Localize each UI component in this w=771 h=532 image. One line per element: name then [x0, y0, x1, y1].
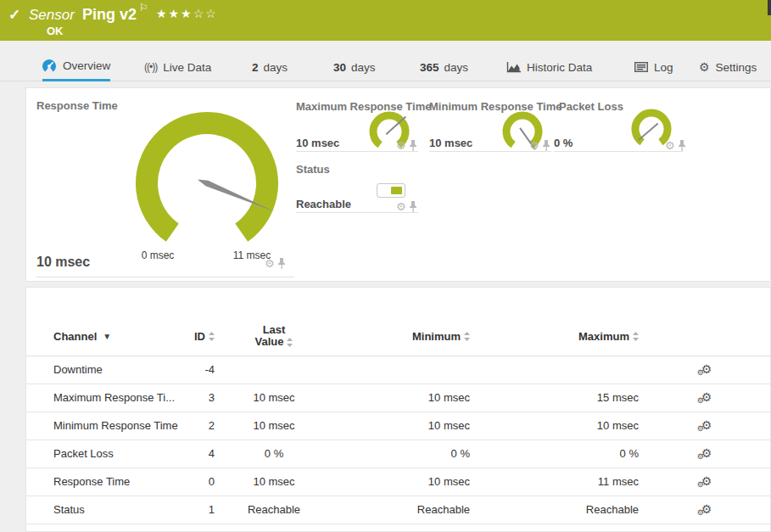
- gear-icon[interactable]: ⚙: [396, 201, 406, 212]
- gear-icon[interactable]: ⚙: [665, 140, 675, 151]
- channel-id-cell: -4: [181, 363, 215, 376]
- column-label: Value: [255, 336, 284, 348]
- sort-icon: [209, 332, 215, 341]
- column-header-last-value[interactable]: Last Value: [215, 324, 333, 349]
- table-row[interactable]: Downtime -4 ⚙⚙: [26, 356, 770, 384]
- main-gauge-actions: ⚙: [265, 258, 286, 269]
- table-row[interactable]: Status 1 Reachable Reachable Reachable ⚙…: [26, 496, 770, 524]
- main-gauge-label: Response Time: [36, 99, 118, 112]
- tab-log[interactable]: Log: [634, 53, 673, 81]
- channel-name-cell[interactable]: Response Time: [53, 475, 181, 488]
- maximum-cell: 15 msec: [470, 391, 639, 404]
- table-row[interactable]: Packet Loss 4 0 % 0 % 0 % ⚙⚙: [26, 440, 770, 468]
- channel-id-cell: 2: [181, 419, 215, 432]
- channel-table-rows: Downtime -4 ⚙⚙ Maximum Response Ti... 3 …: [26, 356, 770, 524]
- tab-settings[interactable]: ⚙ Settings: [699, 53, 757, 81]
- sort-icon: [287, 338, 293, 347]
- channel-id-cell: 1: [181, 503, 215, 516]
- table-row[interactable]: Response Time 0 10 msec 10 msec 11 msec …: [26, 468, 770, 496]
- channel-settings-icon[interactable]: ⚙⚙: [639, 391, 770, 405]
- channel-settings-icon[interactable]: ⚙⚙: [639, 447, 770, 461]
- column-label: Channel: [53, 330, 97, 343]
- tab-historic-data[interactable]: Historic Data: [506, 53, 592, 81]
- packet-loss-label: Packet Loss: [559, 100, 623, 113]
- sort-caret-icon: ▼: [103, 332, 111, 341]
- channel-settings-icon[interactable]: ⚙⚙: [639, 503, 770, 517]
- tab-label: Log: [654, 61, 673, 74]
- channel-settings-icon[interactable]: ⚙⚙: [639, 475, 770, 489]
- tab-overview[interactable]: Overview: [42, 53, 110, 81]
- column-header-channel[interactable]: Channel ▼: [53, 330, 181, 343]
- flag-icon[interactable]: ⚐: [139, 2, 148, 14]
- last-value-cell: 10 msec: [215, 419, 333, 432]
- last-value-cell: 10 msec: [215, 391, 333, 404]
- sensor-kind-label: Sensor: [29, 7, 75, 24]
- maximum-cell: 11 msec: [470, 475, 639, 488]
- column-header-maximum[interactable]: Maximum: [470, 330, 639, 343]
- gear-icon: ⚙: [699, 60, 710, 74]
- pin-icon[interactable]: [542, 140, 550, 151]
- tab-label: Settings: [716, 61, 757, 74]
- divider: [296, 212, 418, 213]
- gear-icon[interactable]: ⚙: [265, 258, 275, 269]
- tab-label: Historic Data: [527, 61, 592, 74]
- minimum-cell: 10 msec: [333, 391, 470, 404]
- table-row[interactable]: Minimum Response Time 2 10 msec 10 msec …: [26, 412, 770, 440]
- channel-table-header: Channel ▼ ID Last Value Minimum M: [26, 288, 770, 356]
- gauge-needle: [639, 123, 658, 140]
- gauge-scale-min: 0 msec: [128, 249, 187, 261]
- channel-name-cell[interactable]: Maximum Response Ti...: [53, 391, 181, 404]
- minimum-cell: 10 msec: [333, 475, 470, 488]
- pin-icon[interactable]: [409, 140, 417, 151]
- column-header-minimum[interactable]: Minimum: [333, 330, 470, 343]
- tab-label: days: [351, 61, 376, 74]
- tab-2-days[interactable]: 2 days: [252, 53, 288, 81]
- last-value-cell: Reachable: [215, 503, 333, 516]
- max-response-value: 10 msec: [296, 137, 339, 149]
- maximum-cell: Reachable: [470, 503, 639, 516]
- column-header-id[interactable]: ID: [181, 330, 215, 343]
- channel-id-cell: 3: [181, 391, 215, 404]
- status-check-icon: ✓: [8, 6, 20, 24]
- tab-number: 2: [252, 61, 259, 74]
- priority-stars[interactable]: ★★★☆☆: [156, 7, 218, 20]
- divider: [429, 151, 551, 152]
- tab-30-days[interactable]: 30 days: [333, 53, 376, 81]
- min-response-value: 10 msec: [429, 137, 472, 149]
- pin-icon[interactable]: [277, 258, 286, 269]
- sensor-title: Ping v2: [82, 6, 137, 24]
- channel-settings-icon[interactable]: ⚙⚙: [639, 419, 770, 433]
- divider: [296, 151, 418, 152]
- status-toggle-knob: [391, 187, 402, 194]
- tab-number: 365: [420, 61, 439, 74]
- max-response-actions: ⚙: [396, 140, 417, 151]
- packet-loss-actions: ⚙: [665, 140, 686, 151]
- main-gauge-value: 10 msec: [36, 255, 90, 270]
- log-icon: [634, 62, 648, 72]
- column-label: Minimum: [412, 330, 461, 343]
- channel-id-cell: 0: [181, 475, 215, 488]
- pin-icon[interactable]: [678, 140, 686, 151]
- channel-name-cell[interactable]: Status: [53, 503, 181, 516]
- status-toggle[interactable]: [377, 183, 405, 198]
- tab-365-days[interactable]: 365 days: [420, 53, 468, 81]
- gear-icon[interactable]: ⚙: [529, 140, 539, 151]
- tab-live-data[interactable]: ((•)) Live Data: [144, 53, 211, 81]
- maximum-cell: 0 %: [470, 447, 639, 460]
- channels-card: Channel ▼ ID Last Value Minimum M: [25, 287, 771, 532]
- channel-name-cell[interactable]: Packet Loss: [53, 447, 181, 460]
- channel-name-cell[interactable]: Downtime: [53, 363, 181, 376]
- tab-bar: Overview ((•)) Live Data 2 days 30 days …: [0, 53, 771, 81]
- tab-label: days: [264, 61, 288, 74]
- channel-settings-icon[interactable]: ⚙⚙: [639, 363, 770, 377]
- gear-icon[interactable]: ⚙: [396, 140, 406, 151]
- pin-icon[interactable]: [409, 201, 417, 212]
- minimum-cell: 0 %: [333, 447, 470, 460]
- divider: [554, 151, 683, 152]
- status-panel-actions: ⚙: [396, 201, 417, 212]
- tab-label: days: [444, 61, 469, 74]
- response-time-gauge: [128, 98, 319, 251]
- channel-name-cell[interactable]: Minimum Response Time: [53, 419, 181, 432]
- divider: [36, 277, 294, 277]
- table-row[interactable]: Maximum Response Ti... 3 10 msec 10 msec…: [26, 384, 770, 412]
